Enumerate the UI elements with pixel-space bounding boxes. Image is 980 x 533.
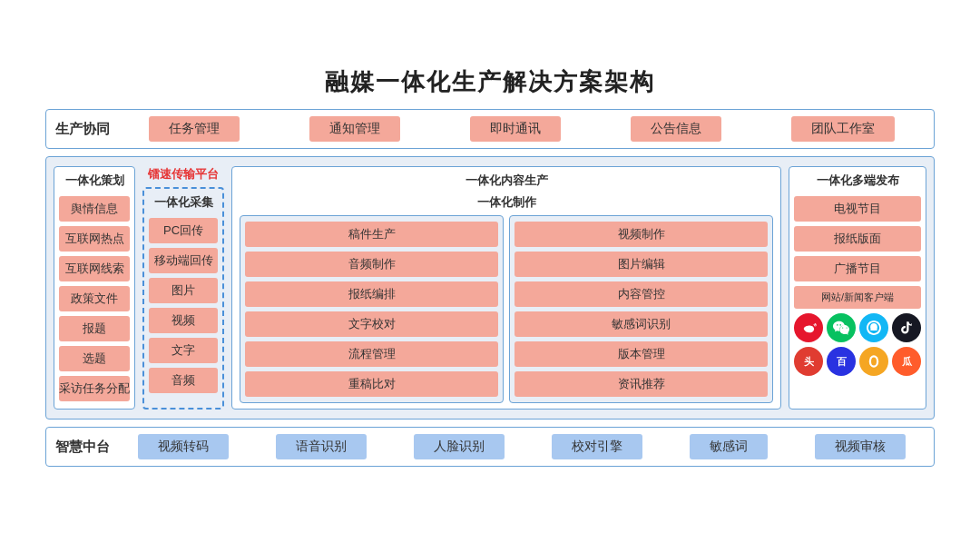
sync-item-3: 公告信息 — [631, 116, 721, 142]
prod-right-2: 内容管控 — [514, 281, 768, 307]
laser-platform-title: 镭速传输平台 — [148, 166, 219, 183]
prod-left-0: 稿件生产 — [245, 222, 498, 247]
sync-item-0: 任务管理 — [149, 116, 240, 142]
prod-left-3: 文字校对 — [245, 311, 498, 337]
smart-item-4: 敏感词 — [690, 434, 768, 459]
social-icons-row — [794, 313, 921, 342]
smart-item-3: 校对引擎 — [552, 434, 642, 459]
content-prod-inner: 一体化制作 稿件生产 音频制作 报纸编排 文字校对 流程管理 重稿比对 视频制作 — [240, 194, 773, 403]
laser-item-2: 图片 — [149, 278, 218, 303]
sync-item-4: 团队工作室 — [791, 116, 895, 142]
integrated-planning-box: 一体化策划 舆情信息 互联网热点 互联网线索 政策文件 报题 选题 采访任务分配 — [54, 166, 135, 410]
smart-item-2: 人脸识别 — [414, 434, 505, 459]
laser-item-4: 文字 — [149, 338, 218, 363]
publish-title: 一体化多端发布 — [817, 173, 899, 189]
prod-left-4: 流程管理 — [245, 341, 498, 367]
publish-col: 一体化多端发布 电视节目 报纸版面 广播节目 网站/新闻客户端 — [789, 166, 926, 410]
smart-item-0: 视频转码 — [138, 434, 229, 459]
publish-item-2: 广播节目 — [794, 256, 921, 281]
planning-item-2: 互联网线索 — [59, 256, 130, 281]
baidu-icon: 百 — [827, 347, 856, 376]
svg-point-1 — [871, 358, 877, 366]
main-container: 融媒一体化生产解决方案架构 生产协同 任务管理 通知管理 即时通讯 公告信息 团… — [27, 57, 953, 476]
laser-item-0: PC回传 — [149, 218, 218, 243]
laser-platform-box: 一体化采集 PC回传 移动端回传 图片 视频 文字 音频 — [142, 187, 224, 410]
production-sync-row: 生产协同 任务管理 通知管理 即时通讯 公告信息 团队工作室 — [45, 109, 935, 149]
production-cols: 稿件生产 音频制作 报纸编排 文字校对 流程管理 重稿比对 视频制作 图片编辑 … — [240, 215, 773, 403]
laser-item-5: 音频 — [149, 368, 218, 393]
prod-right-3: 敏感词识别 — [514, 311, 768, 337]
toutiao-icon: 头 — [794, 347, 823, 376]
production-sync-items: 任务管理 通知管理 即时通讯 公告信息 团队工作室 — [119, 116, 925, 142]
social-icons-row-2: 头 百 瓜 — [794, 347, 921, 376]
content-production-area: 一体化内容生产 一体化制作 稿件生产 音频制作 报纸编排 文字校对 流程管理 重… — [231, 166, 781, 410]
prod-right-0: 视频制作 — [514, 222, 768, 247]
production-sync-label: 生产协同 — [55, 121, 110, 138]
page-title: 融媒一体化生产解决方案架构 — [45, 66, 935, 98]
smart-item-1: 语音识别 — [276, 434, 367, 459]
prod-right-1: 图片编辑 — [514, 252, 768, 277]
planning-item-1: 互联网热点 — [59, 226, 130, 252]
sync-item-1: 通知管理 — [309, 116, 400, 142]
qq-icon — [859, 313, 888, 342]
content-prod-title: 一体化内容生产 — [240, 173, 773, 189]
planning-item-5: 选题 — [59, 346, 130, 371]
laser-item-3: 视频 — [149, 308, 218, 333]
production-left-col: 稿件生产 音频制作 报纸编排 文字校对 流程管理 重稿比对 — [240, 215, 504, 403]
publish-item-0: 电视节目 — [794, 196, 921, 222]
sync-item-2: 即时通讯 — [470, 116, 561, 142]
planning-item-4: 报题 — [59, 316, 130, 341]
smart-platform-row: 智慧中台 视频转码 语音识别 人脸识别 校对引擎 敏感词 视频审核 — [45, 427, 935, 467]
planning-item-3: 政策文件 — [59, 286, 130, 311]
main-content-area: 一体化策划 舆情信息 互联网热点 互联网线索 政策文件 报题 选题 采访任务分配… — [45, 156, 935, 419]
prod-left-1: 音频制作 — [245, 252, 498, 277]
planning-title: 一体化策划 — [65, 173, 124, 189]
prod-right-5: 资讯推荐 — [514, 371, 768, 397]
publish-item-1: 报纸版面 — [794, 226, 921, 252]
penguin-icon — [859, 347, 888, 376]
planning-item-0: 舆情信息 — [59, 196, 130, 222]
smart-platform-label: 智慧中台 — [55, 439, 110, 456]
wechat-icon — [827, 313, 856, 342]
publish-item-3: 网站/新闻客户端 — [794, 286, 921, 309]
douyin-icon — [892, 313, 921, 342]
production-section: 一体化制作 稿件生产 音频制作 报纸编排 文字校对 流程管理 重稿比对 视频制作 — [240, 194, 773, 403]
xigua-icon: 瓜 — [892, 347, 921, 376]
smart-platform-items: 视频转码 语音识别 人脸识别 校对引擎 敏感词 视频审核 — [119, 434, 925, 459]
laser-item-1: 移动端回传 — [149, 248, 218, 273]
production-right-col: 视频制作 图片编辑 内容管控 敏感词识别 版本管理 资讯推荐 — [509, 215, 773, 403]
smart-item-5: 视频审核 — [815, 434, 906, 459]
laser-collection-title: 一体化采集 — [154, 194, 213, 211]
prod-left-5: 重稿比对 — [245, 371, 498, 397]
prod-left-2: 报纸编排 — [245, 281, 498, 307]
weibo-icon — [794, 313, 823, 342]
planning-item-6: 采访任务分配 — [59, 376, 130, 401]
laser-platform-wrapper: 镭速传输平台 一体化采集 PC回传 移动端回传 图片 视频 文字 音频 — [142, 166, 224, 410]
prod-right-4: 版本管理 — [514, 341, 768, 367]
production-label: 一体化制作 — [240, 194, 773, 211]
